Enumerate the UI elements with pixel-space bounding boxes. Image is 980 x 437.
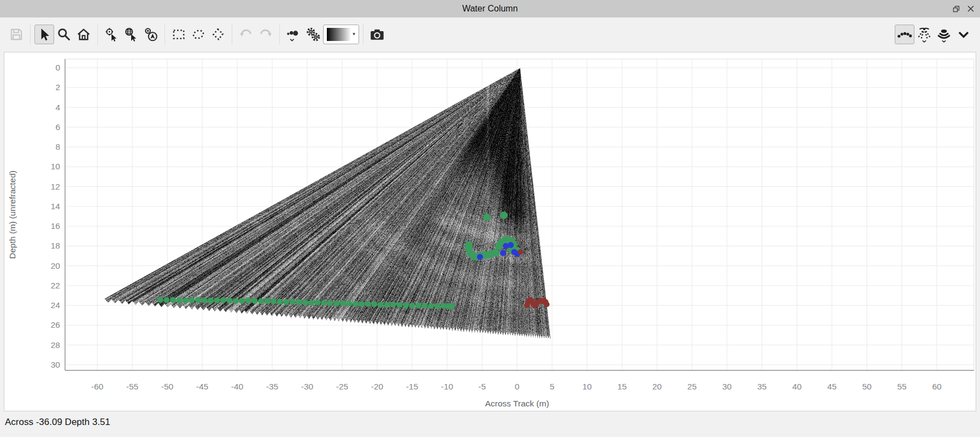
colormap-gradient-swatch <box>327 28 351 41</box>
gears-icon <box>305 26 321 43</box>
redo-button <box>256 25 275 44</box>
point-size-button[interactable] <box>284 25 303 44</box>
soundings-arc-icon <box>896 26 913 43</box>
undo-button <box>236 25 256 44</box>
close-icon[interactable] <box>967 5 975 13</box>
separator <box>97 24 98 45</box>
home-icon <box>76 27 91 42</box>
record-compass-icon <box>143 27 159 42</box>
water-column-plot: 024681012141618202224262830-60-55-50-45-… <box>4 52 976 411</box>
swath-arcs-icon <box>936 26 952 43</box>
dashed-rectangle-icon <box>171 27 186 42</box>
camera-icon <box>369 26 385 43</box>
water-column-window: Water Column <box>0 0 980 437</box>
separator <box>165 24 165 45</box>
select-rectangle-button[interactable] <box>169 25 189 44</box>
separator <box>232 24 232 45</box>
cursor-icon <box>37 27 52 42</box>
pointer-tool-button[interactable] <box>34 25 54 44</box>
select-ellipse-button[interactable] <box>189 25 208 44</box>
settings-button[interactable] <box>303 25 323 44</box>
collapse-toolbar-button[interactable] <box>954 25 973 44</box>
pick-geo-button[interactable] <box>121 25 141 44</box>
colormap-dropdown[interactable]: ▾ <box>323 25 359 44</box>
separator <box>363 24 363 45</box>
globe-pick-icon <box>124 27 139 42</box>
dropdown-arrow-icon: ▾ <box>353 32 355 37</box>
separator <box>279 24 280 45</box>
separator <box>30 24 31 45</box>
water-column-fan-canvas[interactable] <box>4 52 976 411</box>
crosshair-pick-icon <box>104 27 119 42</box>
title-bar: Water Column <box>0 0 980 17</box>
swath-display-button[interactable] <box>934 25 954 44</box>
pick-nav-button[interactable] <box>141 25 161 44</box>
dashed-ellipse-icon <box>191 27 206 42</box>
show-soundings-button[interactable] <box>895 25 914 44</box>
beam-fan-icon <box>916 26 932 43</box>
float-window-icon[interactable] <box>952 5 960 13</box>
magnifier-icon <box>56 27 72 42</box>
save-button <box>7 25 26 44</box>
cursor-position-readout: Across -36.09 Depth 3.51 <box>5 417 110 428</box>
select-polygon-button[interactable] <box>208 25 228 44</box>
pick-point-button[interactable] <box>102 25 121 44</box>
redo-icon <box>258 27 273 42</box>
chevron-down-icon <box>955 26 972 43</box>
point-size-icon <box>285 26 302 43</box>
window-controls <box>952 0 975 17</box>
home-view-button[interactable] <box>74 25 93 44</box>
dashed-polygon-icon <box>210 27 226 42</box>
undo-icon <box>238 27 254 42</box>
snapshot-button[interactable] <box>367 25 387 44</box>
beam-display-button[interactable] <box>914 25 934 44</box>
status-bar: Across -36.09 Depth 3.51 <box>0 411 980 437</box>
save-icon <box>9 27 24 42</box>
window-title: Water Column <box>0 0 980 17</box>
toolbar: ▾ <box>0 17 980 51</box>
zoom-tool-button[interactable] <box>54 25 74 44</box>
